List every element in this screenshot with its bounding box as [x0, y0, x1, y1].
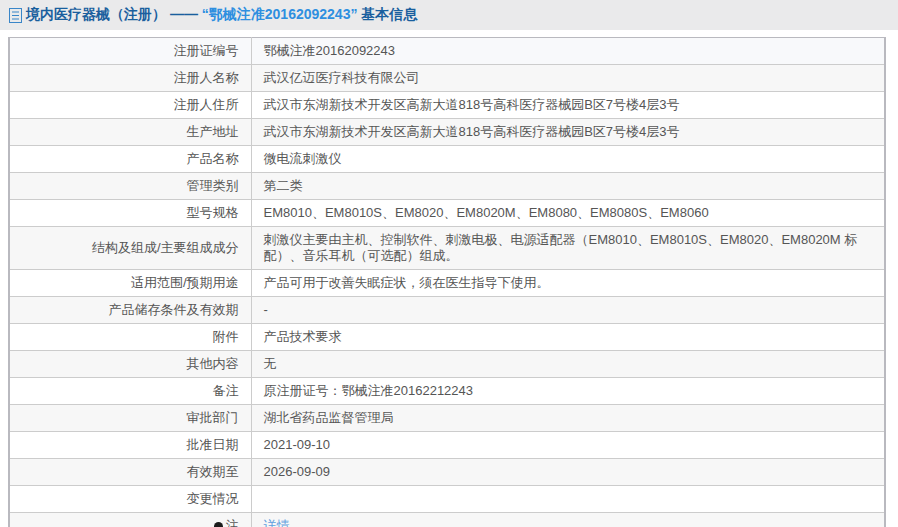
table-row: 产品储存条件及有效期-	[9, 297, 885, 324]
row-value: 无	[251, 351, 885, 378]
row-label: 生产地址	[9, 119, 251, 146]
row-value: 2026-09-09	[251, 459, 885, 486]
row-value: 产品技术要求	[251, 324, 885, 351]
row-value: EM8010、EM8010S、EM8020、EM8020M、EM8080、EM8…	[251, 200, 885, 227]
table-row: 批准日期2021-09-10	[9, 432, 885, 459]
table-row: 审批部门湖北省药品监督管理局	[9, 405, 885, 432]
table-row: 产品名称微电流刺激仪	[9, 146, 885, 173]
row-label: 注	[9, 513, 251, 527]
table-row: 适用范围/预期用途产品可用于改善失眠症状，须在医生指导下使用。	[9, 270, 885, 297]
table-row: 型号规格EM8010、EM8010S、EM8020、EM8020M、EM8080…	[9, 200, 885, 227]
row-value: 详情	[251, 513, 885, 527]
table-row: 管理类别第二类	[9, 173, 885, 200]
table-row: 其他内容无	[9, 351, 885, 378]
row-value: 武汉市东湖新技术开发区高新大道818号高科医疗器械园B区7号楼4层3号	[251, 92, 885, 119]
row-label: 适用范围/预期用途	[9, 270, 251, 297]
row-label: 型号规格	[9, 200, 251, 227]
row-value: 武汉市东湖新技术开发区高新大道818号高科医疗器械园B区7号楼4层3号	[251, 119, 885, 146]
row-label: 备注	[9, 378, 251, 405]
row-label: 批准日期	[9, 432, 251, 459]
row-value: -	[251, 297, 885, 324]
row-label: 注册证编号	[9, 38, 251, 65]
row-value: 第二类	[251, 173, 885, 200]
title-prefix: 境内医疗器械（注册） ——	[26, 6, 202, 22]
row-label: 有效期至	[9, 459, 251, 486]
table-row: 变更情况	[9, 486, 885, 513]
row-value: 武汉亿迈医疗科技有限公司	[251, 65, 885, 92]
row-label: 产品名称	[9, 146, 251, 173]
title-reg-number: “鄂械注准20162092243”	[202, 6, 358, 22]
row-label: 变更情况	[9, 486, 251, 513]
row-value: 原注册证号：鄂械注准20162212243	[251, 378, 885, 405]
title-suffix: 基本信息	[357, 6, 417, 22]
page-title: 境内医疗器械（注册） —— “鄂械注准20162092243” 基本信息	[26, 6, 417, 24]
row-value: 2021-09-10	[251, 432, 885, 459]
table-row: 附件产品技术要求	[9, 324, 885, 351]
row-label: 产品储存条件及有效期	[9, 297, 251, 324]
row-value	[251, 486, 885, 513]
row-label: 附件	[9, 324, 251, 351]
table-row: 注册人名称武汉亿迈医疗科技有限公司	[9, 65, 885, 92]
table-row: 备注原注册证号：鄂械注准20162212243	[9, 378, 885, 405]
registration-info-table: 注册证编号鄂械注准20162092243注册人名称武汉亿迈医疗科技有限公司注册人…	[8, 37, 886, 527]
row-value: 微电流刺激仪	[251, 146, 885, 173]
document-icon	[9, 8, 22, 23]
row-label: 管理类别	[9, 173, 251, 200]
table-row: 注详情	[9, 513, 885, 527]
row-value: 湖北省药品监督管理局	[251, 405, 885, 432]
table-row: 注册人住所武汉市东湖新技术开发区高新大道818号高科医疗器械园B区7号楼4层3号	[9, 92, 885, 119]
row-label: 其他内容	[9, 351, 251, 378]
note-balloon-icon	[214, 522, 223, 527]
page-header: 境内医疗器械（注册） —— “鄂械注准20162092243” 基本信息	[0, 0, 898, 30]
row-value: 产品可用于改善失眠症状，须在医生指导下使用。	[251, 270, 885, 297]
table-row: 结构及组成/主要组成成分刺激仪主要由主机、控制软件、刺激电极、电源适配器（EM8…	[9, 227, 885, 270]
table-row: 有效期至2026-09-09	[9, 459, 885, 486]
row-label: 结构及组成/主要组成成分	[9, 227, 251, 270]
row-label: 注册人名称	[9, 65, 251, 92]
row-label: 审批部门	[9, 405, 251, 432]
row-label: 注册人住所	[9, 92, 251, 119]
detail-link[interactable]: 详情	[264, 518, 290, 527]
info-table-body: 注册证编号鄂械注准20162092243注册人名称武汉亿迈医疗科技有限公司注册人…	[9, 38, 885, 527]
table-row: 注册证编号鄂械注准20162092243	[9, 38, 885, 65]
row-value: 鄂械注准20162092243	[251, 38, 885, 65]
table-row: 生产地址武汉市东湖新技术开发区高新大道818号高科医疗器械园B区7号楼4层3号	[9, 119, 885, 146]
row-value: 刺激仪主要由主机、控制软件、刺激电极、电源适配器（EM8010、EM8010S、…	[251, 227, 885, 270]
